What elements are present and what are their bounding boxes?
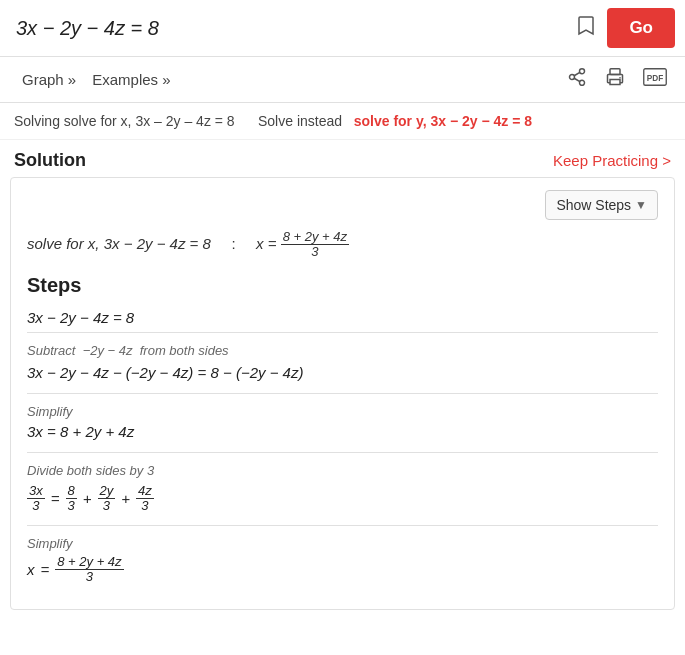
step-3-den-4z: 3 bbox=[139, 499, 150, 513]
top-bar: Go bbox=[0, 0, 685, 57]
step-1-note: Subtract −2y − 4z from both sides bbox=[27, 343, 658, 358]
step-2-equation: 3x = 8 + 2y + 4z bbox=[27, 421, 658, 446]
solving-bar: Solving solve for x, 3x – 2y – 4z = 8 So… bbox=[0, 103, 685, 140]
fraction-numerator: 8 + 2y + 4z bbox=[281, 230, 349, 245]
solve-instead-link[interactable]: solve for y, 3x − 2y − 4z = 8 bbox=[354, 113, 532, 129]
step-3-num-3x: 3x bbox=[27, 484, 45, 499]
step-3-den-3: 3 bbox=[30, 499, 41, 513]
svg-rect-7 bbox=[610, 80, 620, 85]
step-4-equation: x = 8 + 2y + 4z 3 bbox=[27, 553, 658, 591]
svg-text:PDF: PDF bbox=[647, 74, 664, 83]
solution-box: Show Steps ▼ solve for x, 3x − 2y − 4z =… bbox=[10, 177, 675, 610]
show-steps-button[interactable]: Show Steps ▼ bbox=[545, 190, 658, 220]
solve-for-text: solve for x, 3x − 2y − 4z = 8 bbox=[27, 235, 211, 252]
step-4-final-frac: 8 + 2y + 4z 3 bbox=[55, 555, 123, 585]
step-4-simplify-label: Simplify bbox=[27, 536, 658, 551]
step-3-frac-3x: 3x 3 bbox=[27, 484, 45, 514]
show-steps-label: Show Steps bbox=[556, 197, 631, 213]
step-3-den-2y: 3 bbox=[101, 499, 112, 513]
step-3-frac-4z: 4z 3 bbox=[136, 484, 154, 514]
step-3-num-4z: 4z bbox=[136, 484, 154, 499]
fraction-denominator: 3 bbox=[309, 245, 320, 259]
step-3-note: Divide both sides by 3 bbox=[27, 463, 658, 478]
svg-rect-5 bbox=[610, 69, 620, 75]
step-3-equals: = bbox=[51, 490, 60, 507]
show-steps-container: Show Steps ▼ bbox=[27, 190, 658, 220]
step-3-den-8: 3 bbox=[66, 499, 77, 513]
step-3-block: Divide both sides by 3 3x 3 = 8 3 + 2y 3… bbox=[27, 452, 658, 526]
svg-point-1 bbox=[570, 75, 575, 80]
share-icon bbox=[567, 67, 587, 87]
svg-point-2 bbox=[580, 80, 585, 85]
pdf-icon: PDF bbox=[643, 67, 667, 87]
answer-expression: x = 8 + 2y + 4z 3 bbox=[256, 235, 349, 252]
svg-line-3 bbox=[574, 78, 580, 81]
step-4-final-den: 3 bbox=[84, 570, 95, 584]
steps-heading: Steps bbox=[27, 274, 658, 297]
step-3-plus2: + bbox=[121, 490, 130, 507]
nav-tabs: Graph » Examples » bbox=[0, 57, 685, 103]
initial-equation: 3x − 2y − 4z = 8 bbox=[27, 307, 658, 332]
step-3-plus1: + bbox=[83, 490, 92, 507]
solution-header: Solution Keep Practicing > bbox=[0, 140, 685, 177]
go-button[interactable]: Go bbox=[607, 8, 675, 48]
nav-icons: PDF bbox=[563, 65, 671, 94]
svg-point-8 bbox=[619, 77, 621, 79]
bookmark-icon bbox=[577, 15, 595, 37]
solving-text: Solving solve for x, 3x – 2y – 4z = 8 bbox=[14, 113, 235, 129]
step-3-frac-2y: 2y 3 bbox=[98, 484, 116, 514]
answer-fraction: 8 + 2y + 4z 3 bbox=[281, 230, 349, 260]
step-2-block: Simplify 3x = 8 + 2y + 4z bbox=[27, 393, 658, 452]
step-3-frac-8: 8 3 bbox=[66, 484, 77, 514]
examples-tab[interactable]: Examples » bbox=[84, 67, 178, 92]
step-1-block: Subtract −2y − 4z from both sides 3x − 2… bbox=[27, 332, 658, 393]
step-4-block: Simplify x = 8 + 2y + 4z 3 bbox=[27, 525, 658, 597]
share-button[interactable] bbox=[563, 65, 591, 94]
step-1-equation: 3x − 2y − 4z − (−2y − 4z) = 8 − (−2y − 4… bbox=[27, 362, 658, 387]
equation-input[interactable] bbox=[10, 13, 565, 44]
step-3-equation: 3x 3 = 8 3 + 2y 3 + 4z 3 bbox=[27, 482, 658, 520]
bookmark-button[interactable] bbox=[573, 11, 599, 46]
pdf-button[interactable]: PDF bbox=[639, 65, 671, 94]
step-2-simplify-label: Simplify bbox=[27, 404, 658, 419]
keep-practicing-link[interactable]: Keep Practicing > bbox=[553, 152, 671, 169]
svg-line-4 bbox=[574, 72, 580, 75]
print-icon bbox=[605, 67, 625, 87]
colon-separator: : bbox=[223, 235, 244, 252]
print-button[interactable] bbox=[601, 65, 629, 94]
step-3-num-8: 8 bbox=[66, 484, 77, 499]
equation-result-line: solve for x, 3x − 2y − 4z = 8 : x = 8 + … bbox=[27, 230, 658, 260]
solution-title: Solution bbox=[14, 150, 86, 171]
chevron-down-icon: ▼ bbox=[635, 198, 647, 212]
svg-point-0 bbox=[580, 69, 585, 74]
step-4-final-num: 8 + 2y + 4z bbox=[55, 555, 123, 570]
solve-instead-prefix: Solve instead bbox=[258, 113, 342, 129]
graph-tab[interactable]: Graph » bbox=[14, 67, 84, 92]
step-3-num-2y: 2y bbox=[98, 484, 116, 499]
